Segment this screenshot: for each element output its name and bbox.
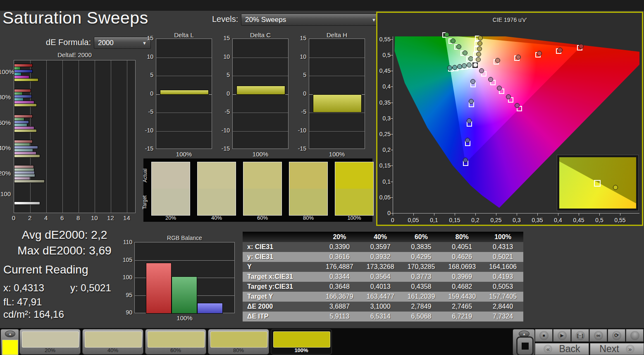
next-button[interactable]: Next »	[590, 343, 644, 355]
delta_l-title: Delta L	[156, 31, 212, 38]
row-label: y: CIE31	[243, 253, 319, 261]
group-label: 40%	[0, 144, 11, 151]
reading-x: x: 0,4313	[3, 282, 44, 294]
table-cell: 6,5314	[360, 313, 401, 320]
rgb-balance-chart	[134, 242, 235, 313]
back-button[interactable]: « Back	[535, 343, 589, 355]
table-cell: 0,3932	[360, 253, 401, 261]
y-tick-label: 0	[217, 90, 230, 97]
y-tick-label: 0	[141, 90, 153, 97]
row-label: Y	[243, 263, 319, 271]
y-tick	[391, 134, 393, 134]
table-cell: 0,3597	[360, 243, 401, 251]
tile-swatch	[210, 331, 267, 348]
y-tick-label: 0,25	[372, 131, 391, 137]
cie-zoom-inset	[557, 155, 639, 211]
table-cell: 0,3390	[319, 243, 360, 251]
cie-1976-diagram	[393, 36, 639, 213]
grid-line	[30, 60, 31, 213]
table-cell: 0,4193	[482, 273, 523, 281]
stop-measure-button[interactable]	[516, 336, 534, 355]
table-cell: 159,4430	[441, 293, 482, 300]
rgb-bar-red	[146, 263, 172, 314]
y-tick-label: 5	[217, 72, 230, 78]
page-title: Saturation Sweeps	[2, 8, 148, 28]
rgb-bar-green	[172, 276, 197, 314]
y-tick-label: 0,15	[372, 162, 391, 169]
y-tick-label: -5	[217, 108, 230, 115]
continuous-measure-icon: ∞	[594, 331, 603, 340]
table-cell: 5,9113	[319, 313, 360, 320]
table-row: y: CIE310,36160,39320,42950,46260,5021	[243, 252, 523, 262]
saturation-tile-80%[interactable]: 80%	[208, 329, 269, 355]
y-tick-label: 5	[141, 72, 153, 78]
table-column-header: 80%	[441, 233, 482, 241]
tile-swatch	[273, 331, 330, 348]
tile-swatch	[148, 331, 205, 348]
continuous-measure-button[interactable]: ∞	[589, 329, 607, 342]
x-tick-label: 0,35	[527, 217, 548, 223]
saturation-tile-100%[interactable]: 100%	[271, 329, 332, 355]
y-tick-label: 0	[294, 90, 306, 97]
row-label: Target Y	[243, 293, 319, 300]
swatch-column-label: 60%	[243, 215, 282, 221]
swatch-column-label: 80%	[289, 215, 328, 221]
delta_c-bar	[236, 86, 285, 95]
stop-button[interactable]: ■	[535, 329, 553, 342]
loop-button[interactable]: ⟳	[608, 329, 625, 342]
y-tick-label: 0,55	[372, 36, 391, 43]
expand-patch-list-button[interactable]: ▲	[5, 331, 15, 337]
cie-zoom-inset-area	[559, 157, 636, 209]
y-tick	[391, 166, 393, 166]
yellow-measured-2	[476, 52, 481, 57]
swatch-column-60%	[243, 162, 282, 216]
x-tick-label: 0,15	[444, 217, 465, 223]
saturation-tile-20%[interactable]: 20%	[19, 329, 81, 355]
bottom-bar: ▲ 20%40%60%80%100% ▲ ■▶[··]∞⟳ « Back Nex…	[0, 328, 644, 355]
saturation-tile-60%[interactable]: 60%	[145, 329, 206, 355]
table-cell: 0,4682	[441, 283, 482, 290]
x-tick	[496, 213, 496, 216]
y-tick-label: -15	[294, 145, 306, 152]
delta_c-x-label: 100%	[232, 151, 289, 158]
delta_h-x-label: 100%	[309, 151, 365, 158]
chevron-right-icon: »	[626, 345, 634, 353]
play-button[interactable]: ▶	[553, 329, 571, 342]
table-column-header: 100%	[482, 233, 523, 241]
measurement-table: 20%40%60%80%100%x: CIE310,33900,35970,38…	[243, 232, 523, 321]
current-reading-title: Current Reading	[3, 263, 88, 276]
table-cell: 0,4013	[360, 283, 401, 290]
x-tick-label: 0	[9, 214, 19, 221]
y-tick-label: -5	[141, 108, 153, 115]
table-cell: 176,4887	[319, 263, 360, 271]
x-tick-label: 12	[105, 214, 115, 221]
x-tick-label: 0,45	[568, 217, 589, 223]
tile-label: 60%	[145, 347, 206, 353]
red-measured-1	[495, 58, 500, 63]
y-tick-label: 15	[294, 35, 306, 41]
grid-line	[156, 113, 212, 113]
actual-swatch-100%	[335, 162, 373, 189]
table-cell: 166,3679	[319, 293, 360, 300]
x-tick	[579, 213, 579, 216]
group-label: 60%	[0, 119, 11, 126]
saturation-tile-40%[interactable]: 40%	[82, 329, 143, 355]
deltae2000-y-axis: 100%80%60%40%20%100	[0, 60, 12, 213]
swatch-column-20%	[151, 162, 190, 216]
y-tick-label: 0,2	[372, 146, 391, 153]
table-cell: 6,7219	[441, 313, 482, 320]
reading-fl: fL: 47,91	[3, 296, 42, 308]
levels-dropdown[interactable]: 20% Sweeps ▼	[241, 14, 380, 26]
green-measured-5	[444, 32, 449, 37]
blank-icon	[630, 331, 639, 340]
table-cell: 163,4477	[360, 293, 401, 300]
avg-de2000-readout: Avg dE2000: 2,2	[4, 228, 125, 242]
measure-once-button[interactable]: [··]	[571, 329, 589, 342]
cyan-measured-4	[452, 65, 457, 70]
y-tick-label: 10	[217, 53, 230, 60]
actual-swatch-40%	[198, 162, 236, 189]
x-tick-label: 8	[73, 214, 83, 221]
table-row: x: CIE310,33900,35970,38350,40510,4313	[243, 242, 523, 252]
rgb-balance-title: RGB Balance	[134, 235, 235, 241]
table-cell: 2,7465	[441, 303, 482, 310]
